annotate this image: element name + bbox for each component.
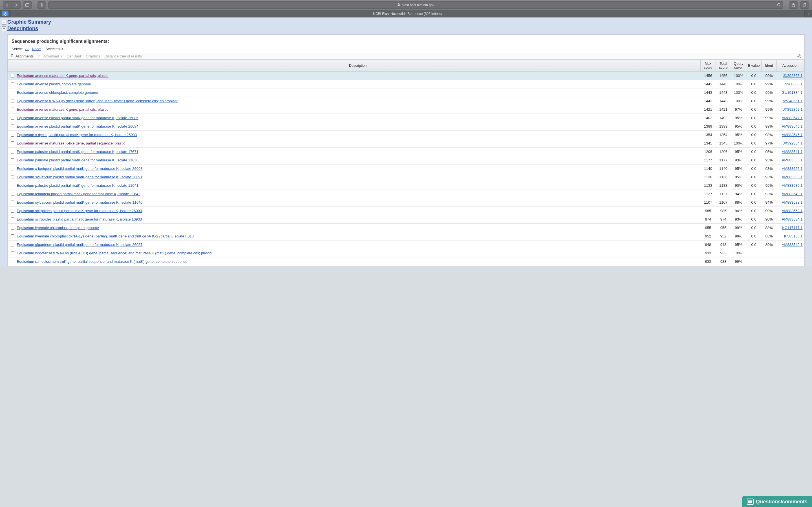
description-link[interactable]: Equisetum x dycei plastid partial matK g… <box>17 133 137 137</box>
alignments-button[interactable]: Alignments <box>10 54 34 58</box>
col-query-cover[interactable]: Query cover <box>731 60 746 71</box>
reload-icon[interactable] <box>777 3 781 8</box>
nav-forward-button[interactable] <box>12 1 20 9</box>
row-checkbox[interactable] <box>11 142 14 145</box>
description-link[interactable]: Equisetum hyemale chloroplast tRNA-Lys g… <box>17 234 194 238</box>
sidebar-toggle-button[interactable] <box>23 1 32 9</box>
row-checkbox[interactable] <box>11 260 14 263</box>
row-checkbox[interactable] <box>11 99 14 103</box>
description-link[interactable]: Equisetum sylvaticum plastid partial mat… <box>17 175 143 179</box>
col-accession[interactable]: Accession <box>777 60 804 71</box>
cell-max: 952 <box>701 232 716 240</box>
description-link[interactable]: Equisetum arvense maturase K gene, parti… <box>17 73 109 78</box>
graphics-link[interactable]: Graphics <box>86 54 100 58</box>
row-checkbox[interactable] <box>11 234 14 238</box>
description-link[interactable]: Equisetum arvense maturase K-like gene, … <box>17 141 125 145</box>
col-description[interactable]: Description <box>15 60 701 71</box>
row-checkbox[interactable] <box>11 133 14 136</box>
accession-link[interactable]: JX392863.1 <box>783 73 802 78</box>
genbank-link[interactable]: GenBank <box>66 54 82 58</box>
description-link[interactable]: Equisetum arvense maturase K gene, parti… <box>17 107 109 112</box>
description-link[interactable]: Equisetum palustre plastid partial matK … <box>17 158 139 162</box>
row-checkbox[interactable] <box>11 108 14 111</box>
accession-link[interactable]: AM883547.1 <box>782 116 803 120</box>
description-link[interactable]: Equisetum arvense plastid partial matK g… <box>17 116 139 120</box>
tabs-button[interactable] <box>800 1 809 9</box>
nav-back-button[interactable] <box>3 1 12 9</box>
accession-link[interactable]: AY348551.1 <box>783 99 803 103</box>
row-checkbox[interactable] <box>11 82 14 86</box>
row-checkbox[interactable] <box>11 243 14 246</box>
section-graphic-summary[interactable]: + Graphic Summary <box>2 19 810 25</box>
description-link[interactable]: Equisetum arvense chloroplast, complete … <box>17 91 98 95</box>
accession-link[interactable]: JX392864.1 <box>783 141 802 145</box>
row-checkbox[interactable] <box>11 150 14 154</box>
accession-link[interactable]: GU191334.1 <box>782 91 803 95</box>
accession-link[interactable]: HF585136.1 <box>782 234 803 238</box>
accession-link[interactable]: AM883555.1 <box>782 166 803 171</box>
accession-link[interactable]: AM883539.1 <box>782 183 803 187</box>
accession-link[interactable]: AM883540.1 <box>782 192 803 196</box>
accession-link[interactable]: AM883538.1 <box>782 200 803 205</box>
description-link[interactable]: Equisetum palustre plastid partial matK … <box>17 183 139 187</box>
description-link[interactable]: Equisetum scirpoides plastid partial mat… <box>17 217 142 221</box>
description-link[interactable]: Equisetum telmateia plastid partial matK… <box>17 192 140 196</box>
browser-tab[interactable]: NCBI Blast:Nucleotide Sequence (803 lett… <box>10 10 805 17</box>
col-max-score[interactable]: Max score <box>701 60 716 71</box>
row-checkbox[interactable] <box>11 251 14 255</box>
row-checkbox[interactable] <box>11 74 14 77</box>
row-checkbox[interactable] <box>11 124 14 128</box>
row-checkbox[interactable] <box>11 192 14 196</box>
row-checkbox[interactable] <box>11 217 14 221</box>
address-bar[interactable]: blast.ncbi.nlm.nih.gov <box>48 1 783 9</box>
share-button[interactable] <box>789 1 798 9</box>
section-descriptions[interactable]: − Descriptions <box>2 25 810 32</box>
description-link[interactable]: Equisetum arvense tRNA-Lys (trnK) gene, … <box>17 99 177 103</box>
row-checkbox[interactable] <box>11 116 14 120</box>
graphic-summary-link[interactable]: Graphic Summary <box>7 19 51 25</box>
accession-link[interactable]: JX392862.1 <box>783 107 802 112</box>
gear-icon[interactable] <box>797 54 802 59</box>
accession-link[interactable]: JN968380.1 <box>783 82 802 86</box>
description-link[interactable]: Equisetum sylvaticum plastid partial mat… <box>17 200 143 205</box>
col-total-score[interactable]: Total score <box>716 60 731 71</box>
accession-link[interactable]: AM883545.1 <box>782 133 803 137</box>
row-checkbox[interactable] <box>11 184 14 187</box>
row-checkbox[interactable] <box>11 201 14 204</box>
row-checkbox[interactable] <box>11 91 14 94</box>
distance-tree-link[interactable]: Distance tree of results <box>104 54 142 58</box>
row-checkbox[interactable] <box>11 175 14 179</box>
expand-icon[interactable]: + <box>2 20 6 24</box>
description-link[interactable]: Equisetum bogotense tRNA-Lys (trnK-UUU) … <box>17 251 212 255</box>
description-link[interactable]: Equisetum arvense plastid partial matK g… <box>17 124 139 128</box>
select-all-link[interactable]: All <box>25 47 29 51</box>
accession-link[interactable]: AM883552.1 <box>782 209 803 213</box>
accession-link[interactable]: AM883549.1 <box>782 242 803 247</box>
accession-link[interactable]: AM883536.1 <box>782 158 803 162</box>
row-checkbox[interactable] <box>11 209 14 213</box>
col-ident[interactable]: Ident <box>762 60 777 71</box>
reader-button[interactable] <box>38 1 46 9</box>
alignments-icon <box>10 54 14 58</box>
accession-link[interactable]: AM883541.1 <box>782 150 803 154</box>
accession-link[interactable]: AM883546.1 <box>782 124 803 128</box>
download-button[interactable]: Download ▾ <box>38 54 63 58</box>
description-link[interactable]: Equisetum ramosissimum trnK gene, partia… <box>17 260 188 264</box>
description-link[interactable]: Equisetum scirpoides plastid partial mat… <box>17 209 142 213</box>
description-link[interactable]: Equisetum hyemale chloroplast, complete … <box>17 226 99 230</box>
col-e-value[interactable]: E value <box>746 60 762 71</box>
accession-link[interactable]: AM883553.1 <box>782 175 803 179</box>
collapse-icon[interactable]: − <box>2 26 6 31</box>
accession-link[interactable]: AM883534.1 <box>782 217 803 221</box>
description-link[interactable]: Equisetum x fontqueri plastid partial ma… <box>17 166 143 171</box>
description-link[interactable]: Equisetum arvense plastid, complete geno… <box>17 82 91 86</box>
descriptions-link[interactable]: Descriptions <box>7 25 38 32</box>
description-link[interactable]: Equisetum giganteum plastid partial matK… <box>17 242 143 247</box>
row-checkbox[interactable] <box>11 167 14 170</box>
description-link[interactable]: Equisetum palustre plastid partial matK … <box>17 150 139 154</box>
row-checkbox[interactable] <box>11 226 14 230</box>
new-tab-button[interactable]: ＋ <box>805 10 812 17</box>
select-none-link[interactable]: None <box>32 47 41 51</box>
accession-link[interactable]: KC117177.1 <box>782 226 802 230</box>
row-checkbox[interactable] <box>11 158 14 162</box>
